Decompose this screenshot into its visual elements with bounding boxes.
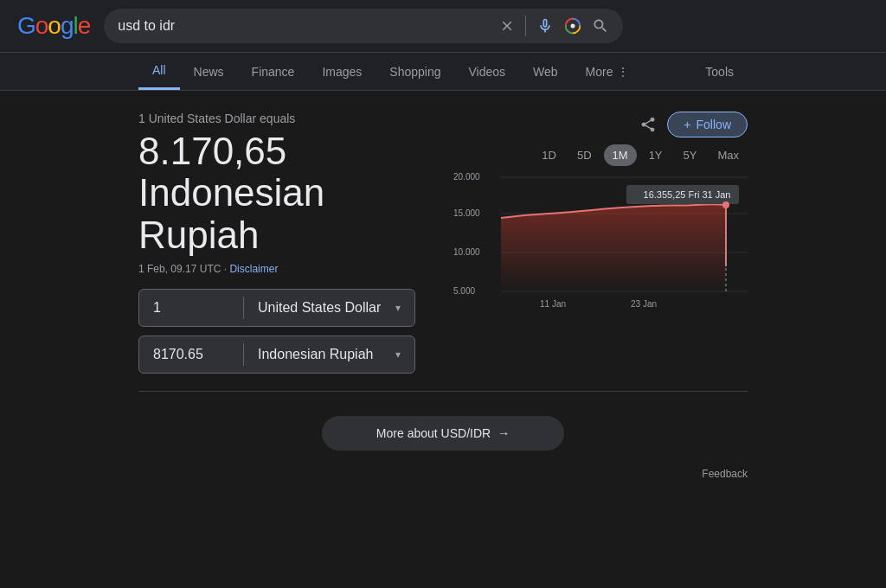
logo-g2: g: [61, 12, 74, 40]
more-about-label: More about USD/IDR: [376, 426, 491, 440]
time-btn-1y[interactable]: 1Y: [640, 144, 671, 166]
feedback-row: Feedback: [138, 468, 748, 480]
chart-header: + Follow: [453, 112, 748, 137]
to-dropdown-arrow-icon: ▾: [395, 348, 401, 361]
search-input[interactable]: [118, 18, 491, 34]
header: G o o g l e: [0, 0, 886, 53]
lens-search-button[interactable]: [564, 17, 581, 35]
y-label-15k: 15.000: [453, 208, 480, 218]
y-label-20k: 20.000: [453, 172, 480, 182]
separator: [138, 391, 748, 392]
time-btn-5d[interactable]: 5D: [568, 144, 600, 166]
chart-dot: [722, 201, 729, 208]
from-value-input[interactable]: [139, 290, 243, 326]
y-label-10k: 10.000: [453, 247, 480, 257]
main-content: 1 United States Dollar equals 8.170,65 I…: [0, 91, 886, 501]
currency-result: 1 United States Dollar equals 8.170,65 I…: [138, 112, 748, 374]
price-chart: 20.000 15.000 10.000 5.000: [453, 173, 748, 320]
nav-item-news[interactable]: News: [180, 54, 238, 89]
to-currency-row: Indonesian Rupiah ▾: [138, 336, 415, 374]
nav: All News Finance Images Shopping Videos …: [0, 53, 886, 91]
x-label-23jan: 23 Jan: [631, 299, 657, 309]
time-btn-1d[interactable]: 1D: [533, 144, 565, 166]
nav-item-all[interactable]: All: [138, 53, 180, 90]
clear-search-button[interactable]: [499, 18, 515, 34]
more-chevron-icon: ⋮: [617, 65, 629, 79]
share-button[interactable]: [639, 116, 657, 133]
currency-inputs: United States Dollar ▾ Indonesian Rupiah…: [138, 289, 419, 374]
nav-item-videos[interactable]: Videos: [454, 54, 519, 89]
voice-search-button[interactable]: [536, 17, 554, 35]
nav-item-web[interactable]: Web: [519, 54, 572, 89]
to-currency-label: Indonesian Rupiah: [258, 347, 373, 362]
feedback-button[interactable]: Feedback: [702, 468, 748, 480]
more-about-button[interactable]: More about USD/IDR →: [322, 416, 564, 451]
follow-button[interactable]: + Follow: [667, 112, 748, 137]
follow-plus-icon: +: [684, 118, 690, 131]
nav-tools-button[interactable]: Tools: [691, 54, 748, 89]
disclaimer-link[interactable]: Disclaimer: [229, 263, 278, 275]
time-btn-max[interactable]: Max: [709, 144, 748, 166]
time-btn-1m[interactable]: 1M: [604, 144, 637, 166]
google-logo: G o o g l e: [17, 12, 90, 40]
timestamp: 1 Feb, 09.17 UTC · Disclaimer: [138, 263, 419, 275]
nav-item-images[interactable]: Images: [308, 54, 376, 89]
more-btn-row: More about USD/IDR →: [138, 416, 748, 451]
to-value-input[interactable]: [139, 336, 243, 373]
follow-label: Follow: [697, 118, 731, 131]
nav-item-shopping[interactable]: Shopping: [376, 54, 454, 89]
from-dropdown-arrow-icon: ▾: [395, 302, 401, 314]
svg-point-1: [571, 24, 575, 29]
logo-e: e: [78, 12, 91, 40]
y-label-5k: 5.000: [453, 286, 475, 296]
search-bar: [104, 9, 623, 43]
chart-tooltip-text: 16.355,25 Fri 31 Jan: [644, 189, 731, 200]
time-range: 1D 5D 1M 1Y 5Y Max: [453, 144, 748, 166]
chart-container: 20.000 15.000 10.000 5.000: [453, 173, 748, 320]
currency-left: 1 United States Dollar equals 8.170,65 I…: [138, 112, 419, 374]
equals-text: 1 United States Dollar equals: [138, 112, 419, 125]
logo-g: G: [17, 12, 35, 40]
from-currency-select[interactable]: United States Dollar ▾: [244, 290, 414, 326]
main-rate: 8.170,65 Indonesian Rupiah: [138, 131, 419, 256]
search-button[interactable]: [592, 17, 609, 35]
top-right-actions: + Follow: [639, 112, 748, 137]
time-btn-5y[interactable]: 5Y: [675, 144, 706, 166]
to-currency-select[interactable]: Indonesian Rupiah ▾: [244, 336, 414, 373]
more-about-arrow-icon: →: [498, 426, 510, 440]
search-divider: [525, 16, 526, 36]
logo-o1: o: [35, 12, 48, 40]
nav-item-more[interactable]: More ⋮: [572, 54, 643, 89]
chart-area-fill: [501, 204, 726, 291]
currency-right: + Follow 1D 5D 1M 1Y 5Y Max: [453, 112, 748, 320]
from-currency-label: United States Dollar: [258, 300, 381, 316]
from-currency-row: United States Dollar ▾: [138, 289, 415, 327]
search-icons: [499, 16, 609, 36]
logo-o2: o: [48, 12, 61, 40]
x-label-11jan: 11 Jan: [540, 299, 566, 309]
nav-item-finance[interactable]: Finance: [238, 54, 309, 89]
